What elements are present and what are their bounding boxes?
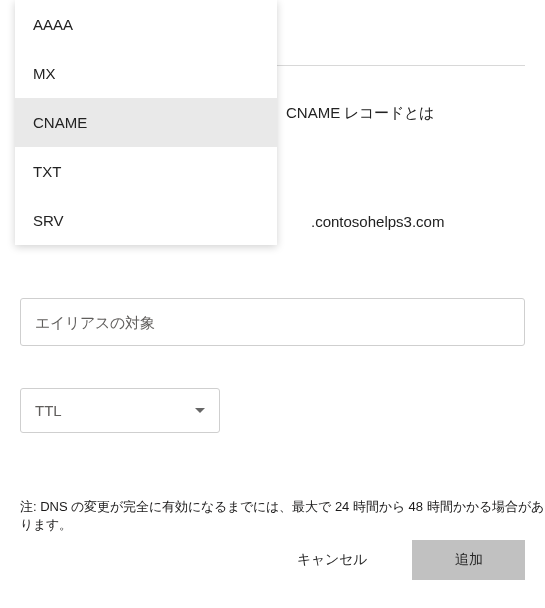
record-type-dropdown: AAAA MX CNAME TXT SRV [15, 0, 277, 245]
caret-down-icon [195, 408, 205, 413]
add-button[interactable]: 追加 [412, 540, 525, 580]
cname-info-label[interactable]: CNAME レコードとは [286, 104, 434, 123]
dropdown-option-srv[interactable]: SRV [15, 196, 277, 245]
button-row: キャンセル 追加 [0, 540, 525, 580]
ttl-area: TTL [20, 388, 220, 433]
dns-propagation-note: 注: DNS の変更が完全に有効になるまでには、最大で 24 時間から 48 時… [20, 498, 545, 534]
domain-suffix-text: .contosohelps3.com [311, 213, 444, 230]
dropdown-scroll-area[interactable]: AAAA MX CNAME TXT SRV [15, 0, 277, 245]
dropdown-option-mx[interactable]: MX [15, 49, 277, 98]
dropdown-option-aaaa[interactable]: AAAA [15, 0, 277, 49]
alias-target-input[interactable] [20, 298, 525, 346]
alias-target-area [20, 298, 525, 346]
dropdown-option-cname[interactable]: CNAME [15, 98, 277, 147]
dropdown-option-txt[interactable]: TXT [15, 147, 277, 196]
cancel-button[interactable]: キャンセル [292, 541, 372, 579]
ttl-placeholder: TTL [35, 402, 62, 419]
ttl-select[interactable]: TTL [20, 388, 220, 433]
